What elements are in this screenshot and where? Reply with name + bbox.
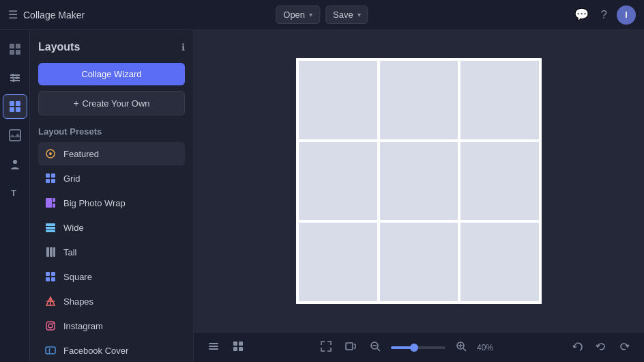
layouts-panel: Layouts ℹ Collage Wizard + Create Your O… — [30, 30, 194, 362]
preset-label-instagram: Instagram — [63, 321, 103, 331]
svg-point-8 — [16, 76, 18, 79]
svg-rect-1 — [16, 44, 20, 48]
svg-rect-49 — [233, 347, 237, 351]
svg-rect-26 — [46, 223, 55, 226]
presets-section-title: Layout Presets — [38, 126, 185, 137]
sidebar-item-images[interactable] — [3, 37, 27, 61]
topbar-right: 💬 ? I — [572, 5, 636, 25]
svg-rect-50 — [239, 347, 243, 351]
svg-rect-33 — [51, 272, 55, 276]
preset-icon-facebook-cover: f — [44, 344, 57, 357]
panel-title: Layouts — [38, 41, 80, 53]
expand-icon[interactable] — [317, 337, 335, 358]
sidebar-item-text[interactable]: T — [3, 180, 27, 205]
preset-item-grid[interactable]: Grid — [38, 167, 185, 190]
resize-icon[interactable] — [342, 337, 360, 358]
svg-line-54 — [377, 348, 380, 351]
preset-item-wide[interactable]: Wide — [38, 216, 185, 239]
avatar[interactable]: I — [617, 5, 636, 25]
preset-item-instagram[interactable]: Instagram — [38, 314, 185, 337]
svg-rect-11 — [16, 101, 20, 106]
redo-icon[interactable] — [615, 337, 633, 358]
svg-rect-13 — [16, 107, 20, 112]
help-icon[interactable]: ? — [598, 5, 610, 25]
create-own-button[interactable]: + Create Your Own — [38, 91, 185, 115]
grid-cell[interactable] — [380, 223, 458, 301]
undo-icon[interactable] — [592, 337, 610, 358]
svg-rect-3 — [16, 50, 20, 55]
grid-cell[interactable] — [460, 223, 539, 301]
preset-icon-wide — [44, 221, 57, 234]
preset-icon-featured — [44, 147, 57, 161]
svg-rect-23 — [46, 198, 52, 208]
svg-rect-45 — [209, 346, 218, 347]
svg-rect-31 — [53, 247, 55, 257]
sidebar-item-layouts[interactable] — [3, 94, 27, 119]
zoom-out-icon[interactable] — [366, 337, 384, 358]
svg-rect-29 — [46, 247, 49, 257]
main-content: T Layouts ℹ Collage Wizard + Create Your… — [0, 30, 644, 362]
zoom-slider[interactable] — [391, 346, 445, 349]
svg-rect-12 — [10, 107, 14, 112]
zoom-in-icon[interactable] — [452, 337, 470, 358]
zoom-percent: 40% — [477, 343, 499, 352]
preset-icon-tall — [44, 245, 57, 259]
svg-rect-19 — [46, 173, 50, 178]
svg-rect-2 — [10, 50, 14, 55]
bottom-center: 40% — [317, 337, 499, 358]
svg-rect-32 — [46, 272, 50, 276]
grid-cell[interactable] — [380, 61, 458, 139]
info-icon[interactable]: ℹ — [181, 42, 185, 53]
grid-cell[interactable] — [460, 142, 539, 221]
preset-label-wide: Wide — [63, 223, 84, 233]
open-chevron-icon: ▾ — [309, 11, 312, 18]
zoom-slider-fill — [391, 346, 411, 349]
svg-point-7 — [12, 74, 14, 76]
grid-view-icon[interactable] — [229, 337, 247, 358]
save-chevron-icon: ▾ — [357, 11, 361, 18]
preset-item-square[interactable]: Square — [38, 265, 185, 288]
undo-history-icon[interactable] — [569, 337, 587, 358]
canvas-area: 40% — [194, 30, 644, 362]
svg-rect-48 — [239, 342, 243, 346]
grid-cell[interactable] — [299, 61, 377, 139]
save-button[interactable]: Save ▾ — [325, 5, 368, 24]
grid-cell[interactable] — [299, 223, 377, 301]
sidebar-item-filters[interactable] — [3, 66, 27, 90]
hamburger-icon[interactable]: ☰ — [8, 8, 18, 21]
sidebar-item-people[interactable] — [3, 152, 27, 176]
svg-point-39 — [48, 324, 53, 328]
zoom-slider-thumb[interactable] — [410, 344, 418, 352]
preset-icon-instagram — [44, 319, 57, 333]
preset-item-facebook-cover[interactable]: fFacebook Cover — [38, 339, 185, 362]
sidebar-item-backgrounds[interactable] — [3, 123, 27, 148]
svg-point-40 — [53, 322, 54, 324]
plus-icon: + — [73, 98, 78, 109]
preset-item-featured[interactable]: Featured — [38, 142, 185, 165]
svg-point-15 — [13, 160, 17, 164]
preset-item-big-photo-wrap[interactable]: Big Photo Wrap — [38, 191, 185, 214]
icon-sidebar: T — [0, 30, 30, 362]
bottombar: 40% — [194, 332, 644, 362]
preset-label-big-photo-wrap: Big Photo Wrap — [63, 198, 126, 208]
bottom-left — [205, 337, 247, 358]
zoom-slider-container[interactable] — [391, 346, 445, 349]
open-button[interactable]: Open ▾ — [276, 5, 320, 24]
svg-point-9 — [12, 79, 15, 82]
grid-cell[interactable] — [460, 61, 539, 139]
svg-rect-34 — [46, 277, 50, 281]
canvas-content[interactable] — [194, 30, 644, 332]
grid-cell[interactable] — [380, 142, 458, 221]
collage-grid[interactable] — [296, 58, 542, 304]
layers-icon[interactable] — [205, 337, 222, 358]
chat-icon[interactable]: 💬 — [572, 5, 591, 25]
svg-rect-47 — [233, 342, 237, 346]
grid-cell[interactable] — [299, 142, 377, 221]
preset-item-tall[interactable]: Tall — [38, 240, 185, 264]
svg-rect-51 — [346, 343, 353, 350]
collage-wizard-button[interactable]: Collage Wizard — [38, 63, 185, 85]
preset-item-shapes[interactable]: Shapes — [38, 290, 185, 313]
panel-header: Layouts ℹ — [38, 41, 185, 53]
preset-icon-square — [44, 270, 57, 283]
svg-rect-0 — [10, 44, 14, 48]
